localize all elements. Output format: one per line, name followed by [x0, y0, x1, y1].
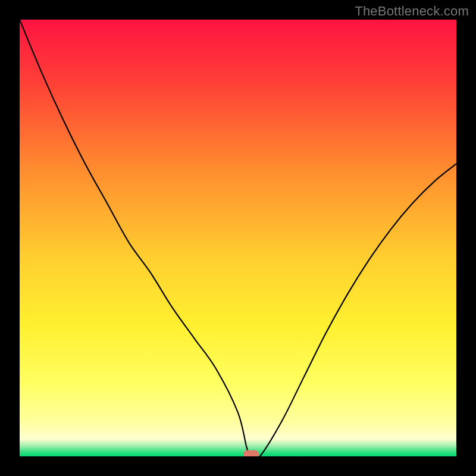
chart-svg [20, 20, 456, 456]
watermark-text: TheBottleneck.com [355, 4, 469, 19]
chart-plot-area [20, 20, 456, 456]
min-point-marker [243, 450, 259, 456]
chart-background [20, 20, 456, 456]
chart-container: TheBottleneck.com [0, 0, 476, 476]
